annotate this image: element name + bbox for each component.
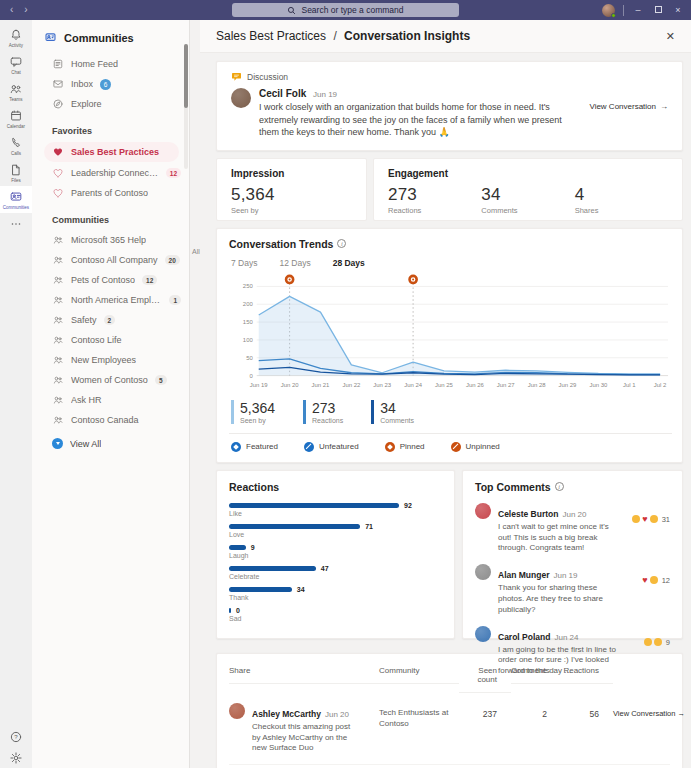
svg-text:150: 150 [243, 319, 254, 325]
minimize-button[interactable]: – [632, 0, 644, 20]
rail-item-teams[interactable]: Teams [0, 78, 32, 105]
svg-text:200: 200 [243, 301, 254, 307]
commenter-avatar [475, 626, 491, 642]
sidebar-item-community[interactable]: New Employees [32, 350, 189, 370]
sidebar-item-community[interactable]: Women of Contoso5 [32, 370, 189, 390]
communities-section-label: Communities [32, 203, 189, 230]
sidebar-item-community[interactable]: Contoso Life [32, 330, 189, 350]
reactions-bar-chart: 92Like71Love9Laugh47Celebrate34Thank0Sad [229, 502, 442, 623]
arrow-right-icon: → [660, 102, 668, 111]
sidebar-item-home-feed[interactable]: Home Feed [32, 54, 189, 74]
svg-text:?: ? [14, 733, 18, 740]
breadcrumb-community[interactable]: Sales Best Practices [216, 29, 326, 43]
sidebar-item-parents-of-contoso[interactable]: Parents of Contoso [32, 183, 189, 203]
arrow-right-icon: → [675, 709, 685, 718]
pinned-marker-icon[interactable] [286, 276, 293, 283]
engagement-stat-label: Reactions [388, 206, 481, 215]
search-icon [287, 6, 296, 15]
sidebar-item-explore[interactable]: Explore [32, 94, 189, 114]
author-avatar [231, 88, 251, 108]
rail-item-activity[interactable]: Activity [0, 24, 32, 51]
calendar-icon [9, 109, 23, 123]
commenter-name[interactable]: Carol Poland [498, 632, 550, 642]
comment-date: Jun 20 [562, 510, 586, 519]
view-conversation-link[interactable]: View Conversation→ [589, 102, 668, 111]
svg-text:Jun 25: Jun 25 [435, 382, 454, 388]
reaction-bar-line: 0 [229, 607, 442, 614]
post-message: I work closely with an organization that… [259, 101, 564, 139]
sidebar-item-leadership-connection[interactable]: Leadership Connection12 [32, 163, 189, 183]
sidebar-item-label: Explore [71, 99, 102, 109]
community-icon [52, 394, 64, 406]
reaction-bar-row: 34Thank [229, 586, 442, 602]
reaction-bar [229, 587, 292, 592]
view-conversation-link[interactable]: View Conversation → [613, 703, 685, 718]
comment-name-line: Carol PolandJun 24 [498, 626, 616, 644]
tab-7-days[interactable]: 7 Days [231, 258, 257, 268]
rail-item-communities[interactable]: Communities [0, 186, 32, 213]
sidebar-item-label: Home Feed [71, 59, 118, 69]
heart-filled-icon [52, 146, 64, 158]
sidebar-item-community[interactable]: Pets of Contoso12 [32, 270, 189, 290]
search-input[interactable]: Search or type a command [232, 3, 459, 17]
impression-card: Impression 5,364 Seen by [216, 158, 367, 221]
sidebar-item-label: Contoso Life [71, 335, 122, 345]
sidebar-scrollbar-thumb[interactable] [184, 44, 188, 108]
back-icon[interactable]: ‹ [10, 4, 13, 16]
reaction-bar-value: 34 [297, 586, 305, 593]
author-name[interactable]: Cecil Folk [259, 88, 306, 99]
commenter-name[interactable]: Celeste Burton [498, 509, 558, 519]
user-avatar[interactable] [602, 4, 615, 17]
info-icon[interactable]: i [337, 239, 346, 248]
sidebar-item-community[interactable]: Contoso Canada [32, 410, 189, 430]
community-icon [52, 414, 64, 426]
comment-item: Alan MungerJun 19Thank you for sharing t… [475, 564, 670, 615]
reaction-bar [229, 608, 231, 613]
sidebar-item-community[interactable]: Safety2 [32, 310, 189, 330]
sidebar-item-inbox[interactable]: Inbox6 [32, 74, 189, 94]
sidebar-item-community[interactable]: Microsoft 365 Help [32, 230, 189, 250]
unpinned-marker-icon[interactable] [410, 276, 417, 283]
tab-12-days[interactable]: 12 Days [279, 258, 310, 268]
post-date: Jun 19 [313, 90, 337, 99]
rail-item-label: Teams [9, 97, 22, 102]
reaction-bar-value: 9 [251, 544, 255, 551]
trends-chart: 050100150200250Jun 19Jun 20Jun 21Jun 22J… [229, 272, 672, 396]
info-icon[interactable]: i [555, 482, 564, 491]
sidebar-item-community[interactable]: Ask HR [32, 390, 189, 410]
column-header: Reactions [561, 662, 613, 684]
laugh-emoji-icon [650, 515, 658, 523]
slash-glyph [453, 444, 459, 450]
tab-28-days[interactable]: 28 Days [333, 258, 365, 268]
rail-item-more[interactable] [0, 213, 32, 234]
svg-text:Jun 29: Jun 29 [559, 382, 578, 388]
rail-item-help[interactable]: ? [0, 726, 32, 747]
like-emoji-icon [644, 638, 652, 646]
sidebar-item-community[interactable]: Contoso All Company20 [32, 250, 189, 270]
sidebar-item-label: Contoso All Company [71, 255, 158, 265]
help-icon: ? [9, 730, 23, 744]
rail-item-chat[interactable]: Chat [0, 51, 32, 78]
close-panel-icon[interactable]: ✕ [666, 31, 675, 42]
comment-reactions: ♥31 [632, 503, 670, 554]
maximize-button[interactable] [652, 0, 664, 20]
svg-text:Jun 22: Jun 22 [342, 382, 360, 388]
trend-summary-label: Seen by [240, 417, 275, 424]
commenter-name[interactable]: Alan Munger [498, 570, 549, 580]
reaction-bar-label: Love [229, 531, 442, 538]
unread-badge: 12 [166, 168, 181, 178]
close-window-button[interactable]: × [672, 0, 684, 20]
rail-item-files[interactable]: Files [0, 159, 32, 186]
sharer-name[interactable]: Ashley McCarthy [252, 709, 321, 719]
sidebar-item-community[interactable]: North America Employee Crisis1 [32, 290, 189, 310]
rail-item-calls[interactable]: Calls [0, 132, 32, 159]
rail-item-calendar[interactable]: Calendar [0, 105, 32, 132]
window-titlebar: ‹ › Search or type a command – × [0, 0, 691, 20]
sidebar-item-sales-best-practices[interactable]: Sales Best Practices [44, 142, 179, 162]
forward-icon[interactable]: › [24, 4, 27, 16]
table-row: Ashley McCarthyJun 20Checkout this amazi… [229, 693, 670, 765]
rail-item-settings[interactable] [0, 747, 32, 768]
activity-icon [9, 28, 23, 42]
view-all-button[interactable]: View All [32, 434, 189, 453]
svg-text:Jun 21: Jun 21 [312, 382, 331, 388]
